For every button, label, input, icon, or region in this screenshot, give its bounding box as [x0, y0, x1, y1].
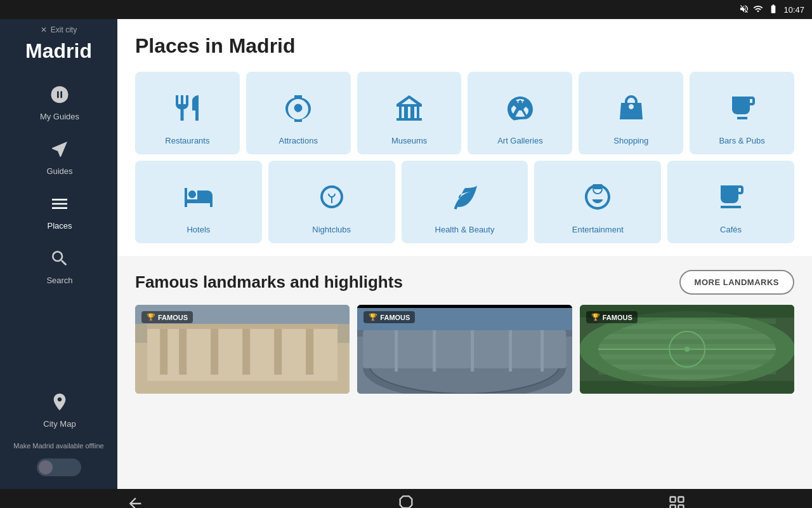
svg-rect-32: [598, 370, 776, 375]
category-entertainment[interactable]: Entertainment: [534, 161, 661, 243]
sidebar-item-my-guides[interactable]: My Guides: [0, 76, 117, 130]
back-button[interactable]: [126, 495, 144, 508]
landmark-badge-1: 🏆 FAMOUS: [141, 311, 193, 323]
category-attractions[interactable]: Attractions: [246, 72, 351, 154]
cafes-label: Cafés: [720, 225, 742, 234]
close-icon: ✕: [41, 25, 47, 34]
svg-rect-19: [471, 327, 474, 371]
museums-icon: [394, 93, 424, 130]
offline-toggle-container: [37, 458, 81, 476]
restaurants-label: Restaurants: [165, 136, 209, 145]
svg-rect-29: [598, 339, 776, 344]
svg-rect-23: [357, 305, 572, 308]
trophy-icon: 🏆: [147, 313, 155, 321]
status-bar: 10:47: [0, 0, 812, 19]
category-hotels[interactable]: Hotels: [135, 161, 262, 243]
more-landmarks-button[interactable]: MORE LANDMARKS: [679, 270, 794, 295]
category-nightclubs[interactable]: Nightclubs: [268, 161, 395, 243]
entertainment-icon: [582, 182, 613, 218]
landmark-badge-3: 🏆 FAMOUS: [586, 311, 638, 323]
sidebar-item-guides[interactable]: Guides: [0, 130, 117, 185]
landmarks-section: Famous landmarks and highlights MORE LAN…: [117, 256, 812, 404]
offline-toggle[interactable]: [37, 458, 81, 476]
offline-text: Make Madrid available offline: [6, 438, 111, 455]
sidebar-item-places[interactable]: Places: [0, 185, 117, 239]
city-name: Madrid: [25, 39, 92, 63]
bottom-nav: [0, 489, 812, 508]
svg-rect-37: [580, 381, 794, 394]
landmark-row: 🏆 FAMOUS: [135, 305, 794, 394]
svg-rect-41: [678, 505, 683, 508]
nightclubs-icon: [317, 182, 347, 218]
search-icon: [49, 248, 70, 273]
famous-label-2: FAMOUS: [380, 314, 410, 321]
art-galleries-label: Art Galleries: [497, 136, 543, 145]
shopping-icon: [616, 93, 646, 130]
battery-icon: [767, 4, 780, 16]
landmark-card-3[interactable]: 🏆 FAMOUS: [580, 305, 794, 394]
sidebar: ✕ Exit city Madrid My Guides Guides: [0, 19, 117, 489]
museums-label: Museums: [391, 136, 427, 145]
nightclubs-label: Nightclubs: [312, 225, 351, 234]
svg-rect-9: [274, 329, 282, 375]
svg-rect-39: [678, 497, 683, 502]
category-restaurants[interactable]: Restaurants: [135, 72, 240, 154]
toggle-knob: [39, 460, 53, 474]
page-title: Places in Madrid: [135, 34, 794, 58]
places-icon: [49, 194, 70, 218]
entertainment-label: Entertainment: [572, 225, 624, 234]
city-map-label: City Map: [43, 419, 75, 429]
svg-rect-4: [147, 324, 337, 329]
category-shopping[interactable]: Shopping: [579, 72, 683, 154]
svg-rect-21: [540, 327, 544, 371]
my-guides-label: My Guides: [40, 112, 79, 121]
sidebar-item-search[interactable]: Search: [0, 239, 117, 294]
hotels-label: Hotels: [187, 225, 210, 234]
restaurants-icon: [172, 93, 202, 130]
landmarks-title: Famous landmarks and highlights: [135, 272, 403, 292]
svg-rect-31: [598, 359, 776, 364]
famous-label-3: FAMOUS: [603, 314, 632, 321]
svg-rect-7: [211, 329, 218, 375]
home-button[interactable]: [397, 495, 415, 508]
svg-rect-8: [242, 329, 250, 375]
exit-city-label: Exit city: [51, 25, 77, 34]
category-health-beauty[interactable]: Health & Beauty: [402, 161, 528, 243]
bars-pubs-icon: [727, 93, 757, 130]
landmark-card-1[interactable]: 🏆 FAMOUS: [135, 305, 350, 394]
hotels-icon: [183, 182, 214, 218]
svg-rect-38: [670, 497, 675, 502]
trophy-icon-2: 🏆: [369, 313, 377, 321]
shopping-label: Shopping: [613, 136, 648, 145]
search-label: Search: [46, 276, 72, 285]
landmark-card-2[interactable]: 🏆 FAMOUS: [357, 305, 572, 394]
attractions-icon: [283, 93, 313, 130]
mute-icon: [739, 4, 749, 16]
city-map-icon: [49, 392, 70, 417]
my-guides-icon: [49, 84, 70, 109]
svg-rect-5: [160, 329, 167, 375]
time-display: 10:47: [783, 5, 804, 15]
svg-rect-18: [433, 327, 436, 371]
landmarks-header: Famous landmarks and highlights MORE LAN…: [135, 270, 794, 295]
svg-rect-6: [179, 329, 187, 375]
famous-label-1: FAMOUS: [158, 314, 188, 321]
wifi-icon: [753, 4, 763, 16]
cafes-icon: [716, 182, 746, 218]
bars-pubs-label: Bars & Pubs: [719, 136, 764, 145]
health-beauty-icon: [449, 182, 480, 218]
category-museums[interactable]: Museums: [357, 72, 462, 154]
category-art-galleries[interactable]: Art Galleries: [468, 72, 572, 154]
sidebar-item-city-map[interactable]: City Map: [0, 383, 117, 438]
trophy-icon-3: 🏆: [591, 313, 600, 321]
exit-city-button[interactable]: ✕ Exit city: [41, 25, 77, 34]
recents-button[interactable]: [668, 495, 686, 508]
svg-rect-16: [363, 330, 566, 368]
landmark-badge-2: 🏆 FAMOUS: [363, 311, 415, 323]
category-cafes[interactable]: Cafés: [667, 161, 794, 243]
health-beauty-label: Health & Beauty: [435, 225, 495, 234]
guides-icon: [49, 139, 70, 164]
category-bars-pubs[interactable]: Bars & Pubs: [690, 72, 794, 154]
svg-rect-17: [395, 327, 398, 371]
svg-rect-10: [306, 329, 313, 375]
